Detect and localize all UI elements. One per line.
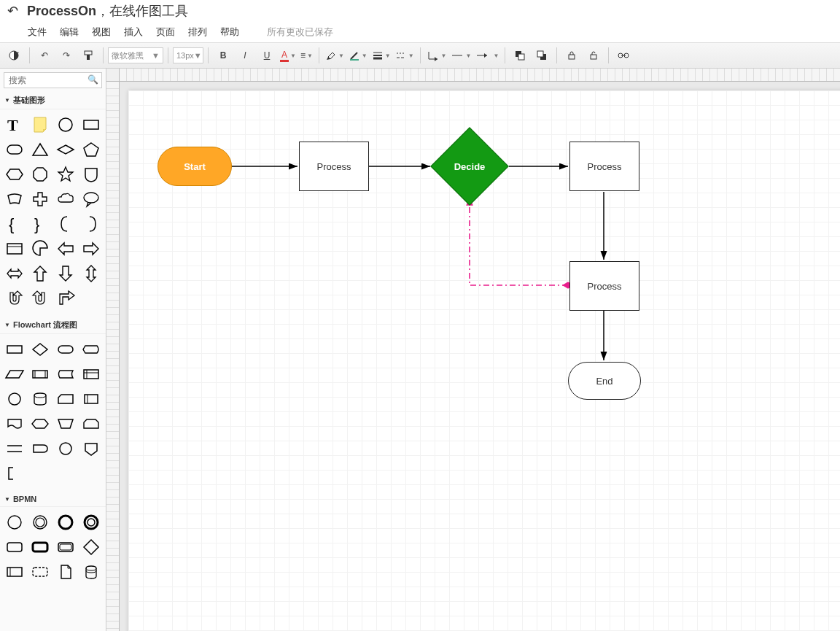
- shape-rhombus-wide[interactable]: [53, 137, 79, 162]
- shape-bpmn-task2[interactable]: [27, 535, 52, 560]
- category-basic[interactable]: ▼ 基础图形: [0, 92, 106, 109]
- fill-color-button[interactable]: ▼: [324, 46, 346, 65]
- font-color-button[interactable]: A ▼: [279, 46, 298, 65]
- shape-sector[interactable]: [27, 236, 52, 261]
- menu-arrange[interactable]: 排列: [188, 26, 207, 39]
- arrow-start-button[interactable]: ▼: [449, 46, 472, 65]
- shape-triangle[interactable]: [27, 137, 52, 162]
- shape-bpmn-store[interactable]: [79, 560, 104, 584]
- shape-text[interactable]: T: [1, 112, 27, 137]
- shape-blank[interactable]: [79, 286, 104, 311]
- shape-bpmn-end[interactable]: [53, 510, 79, 535]
- shape-fc-connector[interactable]: [1, 387, 27, 411]
- shape-fc-offpage[interactable]: [79, 436, 104, 461]
- lock-icon[interactable]: [561, 46, 582, 65]
- menu-view[interactable]: 视图: [92, 26, 111, 39]
- shape-fc-tape[interactable]: [79, 387, 104, 411]
- theme-icon[interactable]: [4, 46, 25, 65]
- shape-arrow-left[interactable]: [53, 236, 79, 261]
- shape-bpmn-task3[interactable]: [53, 535, 79, 560]
- shape-fc-data[interactable]: [1, 362, 27, 387]
- shape-trapezoid-curved[interactable]: [1, 187, 27, 212]
- shape-fc-doc[interactable]: [1, 411, 27, 436]
- shape-brace-left[interactable]: {: [1, 212, 27, 236]
- shape-note[interactable]: [27, 112, 52, 137]
- menu-edit[interactable]: 编辑: [60, 26, 79, 39]
- search-icon[interactable]: 🔍: [88, 74, 98, 85]
- text-align-button[interactable]: ≡▼: [299, 46, 314, 65]
- shape-bpmn-group[interactable]: [27, 560, 52, 584]
- shape-cloud[interactable]: [53, 187, 79, 212]
- shape-panel[interactable]: 🔍 ▼ 基础图形 T { }: [0, 69, 106, 631]
- shape-blank4[interactable]: [79, 461, 104, 486]
- shape-blank3[interactable]: [53, 461, 79, 486]
- shape-bpmn-gateway[interactable]: [79, 535, 104, 560]
- shape-fc-prep[interactable]: [27, 411, 52, 436]
- menu-help[interactable]: 帮助: [220, 26, 239, 39]
- shape-blank2[interactable]: [27, 461, 52, 486]
- line-color-button[interactable]: ▼: [347, 46, 369, 65]
- shape-fc-annotate[interactable]: [1, 461, 27, 486]
- shape-fc-loop[interactable]: [79, 411, 104, 436]
- bring-front-icon[interactable]: [510, 46, 530, 65]
- shape-fc-terminator[interactable]: [53, 337, 79, 362]
- category-bpmn[interactable]: ▼ BPMN: [0, 492, 106, 507]
- shape-arrow-ud[interactable]: [79, 261, 104, 286]
- shape-fc-card[interactable]: [53, 387, 79, 411]
- shape-fc-delay[interactable]: [27, 436, 52, 461]
- redo-icon[interactable]: ↷: [56, 46, 77, 65]
- shape-fc-manual[interactable]: [53, 411, 79, 436]
- shape-brace-right[interactable]: }: [27, 212, 52, 236]
- node-process-1[interactable]: Process: [299, 142, 369, 191]
- shape-fc-predef[interactable]: [27, 362, 52, 387]
- shape-bpmn-task[interactable]: [1, 535, 27, 560]
- menu-file[interactable]: 文件: [28, 26, 47, 39]
- format-painter-icon[interactable]: [78, 46, 98, 65]
- shape-bpmn-pool[interactable]: [1, 560, 27, 584]
- font-size-select[interactable]: 13px ▼: [173, 47, 203, 63]
- line-style-button[interactable]: ▼: [394, 46, 416, 65]
- shape-rect[interactable]: [79, 112, 104, 137]
- shape-circle[interactable]: [53, 112, 79, 137]
- italic-icon[interactable]: I: [235, 46, 255, 65]
- shape-speech[interactable]: [79, 187, 104, 212]
- shape-fc-parallel[interactable]: [1, 436, 27, 461]
- category-flowchart[interactable]: ▼ Flowchart 流程图: [0, 317, 106, 334]
- node-decide[interactable]: Decide: [442, 139, 497, 194]
- shape-frame[interactable]: [1, 236, 27, 261]
- shape-arrow-down[interactable]: [53, 261, 79, 286]
- shape-star[interactable]: [53, 162, 79, 187]
- shape-arrow-right[interactable]: [79, 236, 104, 261]
- shape-u-arrow-left[interactable]: [1, 286, 27, 311]
- canvas[interactable]: Start Process Decide Process Process End: [128, 90, 840, 631]
- menu-insert[interactable]: 插入: [124, 26, 143, 39]
- shape-bpmn-data[interactable]: [53, 560, 79, 584]
- shape-fc-circle2[interactable]: [53, 436, 79, 461]
- shape-fc-decision[interactable]: [27, 337, 52, 362]
- line-width-button[interactable]: ▼: [370, 46, 392, 65]
- shape-bpmn-intermediate[interactable]: [27, 510, 52, 535]
- connector-type-button[interactable]: ▼: [425, 46, 448, 65]
- send-back-icon[interactable]: [532, 46, 552, 65]
- canvas-area[interactable]: Start Process Decide Process Process End: [106, 69, 840, 631]
- shape-u-arrow-right[interactable]: [27, 286, 52, 311]
- undo-icon[interactable]: ↶: [34, 46, 55, 65]
- shape-bracket-left[interactable]: [53, 212, 79, 236]
- shape-hexagon[interactable]: [1, 162, 27, 187]
- shape-octagon[interactable]: [27, 162, 52, 187]
- link-icon[interactable]: [613, 46, 634, 65]
- shape-bracket-right[interactable]: [79, 212, 104, 236]
- menu-page[interactable]: 页面: [156, 26, 175, 39]
- font-family-select[interactable]: 微软雅黑 ▼: [108, 47, 163, 63]
- shape-bpmn-end2[interactable]: [79, 510, 104, 535]
- shape-fc-display[interactable]: [79, 337, 104, 362]
- shape-fc-process[interactable]: [1, 337, 27, 362]
- arrow-end-button[interactable]: ▼: [474, 46, 500, 65]
- node-start[interactable]: Start: [158, 147, 232, 186]
- node-process-3[interactable]: Process: [569, 261, 639, 311]
- shape-corner-arrow[interactable]: [53, 286, 79, 311]
- shape-shield[interactable]: [79, 162, 104, 187]
- shape-pentagon[interactable]: [79, 137, 104, 162]
- bold-icon[interactable]: B: [213, 46, 233, 65]
- shape-fc-database[interactable]: [27, 387, 52, 411]
